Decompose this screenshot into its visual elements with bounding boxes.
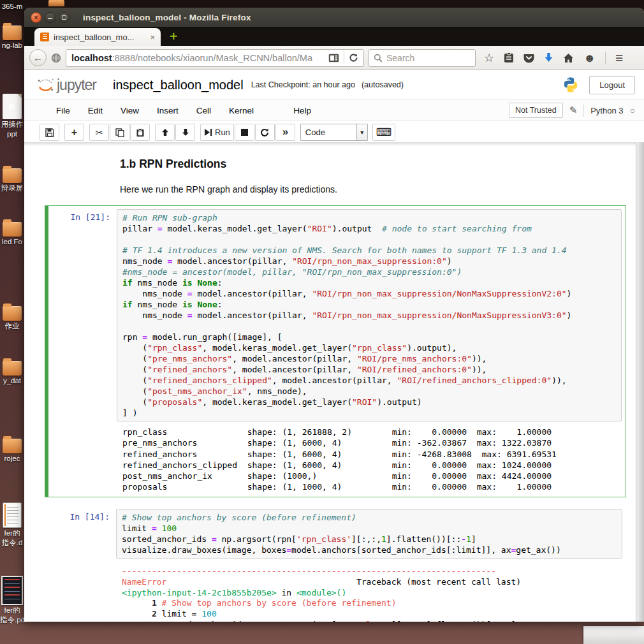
trust-status-badge[interactable]: Not Trusted xyxy=(509,103,563,118)
browser-tab[interactable]: inspect_balloon_mo... × xyxy=(34,28,161,46)
code-token: pillar xyxy=(122,224,157,233)
desktop-icon-folder[interactable]: ng-lab xyxy=(0,26,24,50)
code-token: ) xyxy=(567,289,572,298)
code-token: nms_node xyxy=(122,311,187,320)
navigation-bar: ← localhost:8888/notebooks/xiaorun/Mask_… xyxy=(24,46,644,70)
back-arrow-icon: ← xyxy=(33,52,43,63)
code-token: "ROI/rpn_non_max_suppression:0" xyxy=(292,256,447,266)
new-tab-button[interactable]: + xyxy=(170,29,177,44)
restart-kernel-button[interactable] xyxy=(255,124,275,141)
bookmarks-menu-icon[interactable] xyxy=(504,52,514,63)
window-maximize-button[interactable] xyxy=(59,12,70,23)
menu-view[interactable]: View xyxy=(121,106,139,115)
code-token: 1 xyxy=(381,534,386,544)
jupyter-favicon-icon xyxy=(40,33,49,41)
url-host: localhost xyxy=(71,53,112,63)
messenger-smiley-icon[interactable]: ☻ xyxy=(583,52,596,64)
code-token: , model.keras_model.get_layer( xyxy=(202,343,352,353)
add-cell-button[interactable]: + xyxy=(64,124,84,141)
stop-icon xyxy=(241,129,248,136)
move-cell-up-button[interactable] xyxy=(155,124,175,141)
code-token: "proposals" xyxy=(147,397,202,407)
code-token: get_ax()) xyxy=(516,545,560,555)
jupyter-logo[interactable]: jupyter xyxy=(37,77,96,94)
menu-insert[interactable]: Insert xyxy=(157,106,179,115)
keyboard-icon: ⌨ xyxy=(376,127,392,138)
interrupt-kernel-button[interactable] xyxy=(235,124,254,141)
logout-button[interactable]: Logout xyxy=(589,76,635,94)
desktop-icon-folder[interactable]: 作业 xyxy=(0,306,24,330)
code-cell-14[interactable]: In [14]: # Show top anchors by score (be… xyxy=(45,506,626,622)
menu-help[interactable]: Help xyxy=(293,106,311,115)
window-close-button[interactable]: × xyxy=(31,12,41,23)
run-cell-button[interactable]: Run xyxy=(200,124,234,141)
cell-type-value: Code xyxy=(301,128,356,137)
window-minimize-button[interactable] xyxy=(45,12,55,23)
folder-icon xyxy=(3,439,22,453)
paste-cell-button[interactable] xyxy=(130,124,150,141)
desktop-icon-folder[interactable]: y_dat xyxy=(0,361,24,385)
notebook-body: 1.b RPN Predictions Here we run the RPN … xyxy=(24,142,644,622)
copy-cell-button[interactable] xyxy=(110,124,129,141)
home-icon[interactable] xyxy=(563,53,574,63)
code-editor[interactable]: # Show top anchors by score (before refi… xyxy=(122,512,617,555)
code-token xyxy=(122,609,152,618)
desktop-icon-ppt[interactable]: P用操作ppt xyxy=(0,94,24,138)
url-bar[interactable]: localhost:8888/notebooks/xiaorun/Mask_RC… xyxy=(66,49,364,67)
desktop-icon-folder[interactable]: led Fo xyxy=(0,222,24,246)
code-line: if nms_node is None: xyxy=(122,299,616,310)
background-window-fragment[interactable] xyxy=(583,626,644,644)
desktop-icon-shot[interactable]: fer的指令.pdf xyxy=(0,576,24,624)
search-bar[interactable]: Search xyxy=(369,49,476,67)
code-line xyxy=(122,234,616,245)
code-token xyxy=(166,577,356,587)
desktop-icon-folder[interactable]: rojec xyxy=(0,439,24,463)
code-token: visualize.draw_boxes(image, boxes xyxy=(122,545,286,555)
downloads-icon[interactable] xyxy=(544,52,553,63)
search-icon xyxy=(374,54,383,62)
folder-icon[interactable] xyxy=(48,0,64,6)
cell-type-dropdown[interactable]: Code ▾ xyxy=(300,124,368,141)
menu-kernel[interactable]: Kernel xyxy=(229,106,254,115)
code-token: Traceback (most recent call last) xyxy=(356,577,521,587)
move-cell-down-button[interactable] xyxy=(175,124,195,141)
code-token: 100 xyxy=(201,609,216,618)
reader-mode-icon[interactable] xyxy=(328,54,339,62)
code-line: # TF 1.4 introduces a new version of NMS… xyxy=(122,245,616,256)
window-titlebar[interactable]: × inspect_balloon_model - Mozilla Firefo… xyxy=(24,8,644,27)
code-token: ( xyxy=(122,343,147,353)
pocket-icon[interactable] xyxy=(523,53,534,63)
restart-run-all-button[interactable]: » xyxy=(275,124,295,141)
bookmark-star-icon[interactable]: ☆ xyxy=(484,52,494,64)
code-editor[interactable]: # Run RPN sub-graphpillar = model.keras_… xyxy=(122,212,616,418)
tab-close-icon[interactable]: × xyxy=(150,33,155,42)
code-token: ).output xyxy=(332,224,382,233)
code-token: 3 xyxy=(152,620,157,622)
code-line: nms_node = model.ancestor(pillar, "ROI/r… xyxy=(122,288,616,299)
kernel-status-icon: ○ xyxy=(630,105,635,115)
command-palette-button[interactable]: ⌨ xyxy=(372,124,396,141)
save-button[interactable] xyxy=(40,124,59,141)
code-token: ----> xyxy=(122,620,152,622)
code-token: ).output), xyxy=(407,343,457,353)
hamburger-menu-icon[interactable]: ≡ xyxy=(615,51,623,64)
desktop-icon-label[interactable]: 365-m xyxy=(0,1,24,11)
code-token: None xyxy=(197,278,217,288)
desktop-icon-folder[interactable]: 辩录屏 xyxy=(0,168,24,193)
code-input-area[interactable]: # Run RPN sub-graphpillar = model.keras_… xyxy=(117,209,622,421)
desktop-icon-doc[interactable]: fer的指令.d xyxy=(0,502,24,547)
back-button[interactable]: ← xyxy=(29,49,47,66)
menu-cell[interactable]: Cell xyxy=(196,106,211,115)
cut-cell-button[interactable]: ✂ xyxy=(89,124,109,141)
notebook-scrollbar[interactable] xyxy=(636,142,644,622)
menu-file[interactable]: File xyxy=(56,106,70,115)
code-token: in xyxy=(277,588,296,597)
notebook-title[interactable]: inspect_balloon_model xyxy=(113,78,244,92)
menu-edit[interactable]: Edit xyxy=(88,106,103,115)
reload-icon[interactable] xyxy=(349,53,358,62)
desktop-icon-label: 365-m xyxy=(0,2,24,11)
code-input-area[interactable]: # Show top anchors by score (before refi… xyxy=(116,509,622,559)
code-token: nms_node xyxy=(133,300,182,309)
code-cell-21[interactable]: In [21]: # Run RPN sub-graphpillar = mod… xyxy=(45,205,626,497)
markdown-paragraph: Here we run the RPN graph and display it… xyxy=(120,184,337,194)
